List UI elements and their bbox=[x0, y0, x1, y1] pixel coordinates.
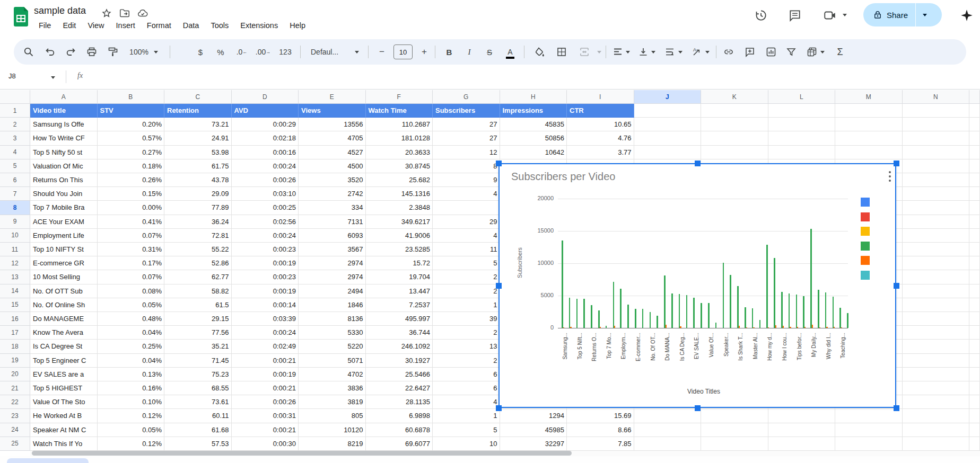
print-icon[interactable] bbox=[82, 39, 102, 65]
cell-A14[interactable]: No. Of OTT Sub bbox=[30, 284, 98, 298]
cell-D25[interactable]: 0:00:30 bbox=[232, 437, 299, 451]
cell-O18[interactable] bbox=[969, 340, 980, 353]
cell-A16[interactable]: Do MANAGEME bbox=[30, 312, 98, 326]
cell-G5[interactable]: 8 bbox=[433, 159, 500, 173]
cell-N1[interactable] bbox=[903, 104, 970, 118]
cell-M4[interactable] bbox=[835, 146, 903, 159]
cell-D8[interactable]: 0:00:25 bbox=[232, 201, 299, 215]
move-folder-icon[interactable] bbox=[119, 7, 130, 19]
cell-D23[interactable]: 0:00:31 bbox=[232, 409, 299, 423]
cell-F21[interactable]: 22.6427 bbox=[366, 381, 433, 395]
sheet-tab[interactable] bbox=[7, 458, 89, 463]
menu-format[interactable]: Format bbox=[142, 19, 176, 32]
cell-D19[interactable]: 0:00:21 bbox=[232, 354, 299, 368]
cell-F7[interactable]: 145.1316 bbox=[366, 187, 433, 201]
cell-F2[interactable]: 110.2687 bbox=[366, 118, 433, 131]
cell-B20[interactable]: 0.13% bbox=[98, 368, 165, 381]
cell-G21[interactable]: 6 bbox=[433, 381, 500, 395]
cell-C12[interactable]: 52.86 bbox=[164, 256, 232, 270]
cell-F15[interactable]: 7.2537 bbox=[366, 298, 433, 312]
cell-A25[interactable]: Watch This If Yo bbox=[30, 437, 98, 451]
cell-G19[interactable]: 2 bbox=[433, 354, 500, 368]
search-icon[interactable] bbox=[18, 39, 39, 65]
cell-C20[interactable]: 75.23 bbox=[164, 368, 232, 381]
cell-H23[interactable]: 1294 bbox=[500, 409, 567, 423]
cell-F24[interactable]: 60.6878 bbox=[366, 423, 433, 437]
cell-J3[interactable] bbox=[634, 131, 702, 145]
cell-G15[interactable]: 1 bbox=[433, 298, 500, 312]
cell-N22[interactable] bbox=[903, 395, 970, 409]
share-dropdown-caret[interactable] bbox=[923, 14, 927, 16]
cell-O11[interactable] bbox=[969, 243, 980, 256]
cell-O3[interactable] bbox=[969, 131, 980, 145]
cell-N5[interactable] bbox=[903, 159, 970, 173]
row-header-1[interactable]: 1 bbox=[0, 104, 30, 118]
cell-B24[interactable]: 0.05% bbox=[98, 423, 165, 437]
cell-O19[interactable] bbox=[969, 354, 980, 368]
cell-E5[interactable]: 4500 bbox=[299, 159, 366, 173]
cell-J25[interactable] bbox=[634, 437, 702, 451]
cell-L25[interactable] bbox=[768, 437, 836, 451]
cell-N13[interactable] bbox=[903, 270, 970, 284]
cell-K4[interactable] bbox=[701, 146, 768, 159]
cell-E3[interactable]: 4705 bbox=[299, 131, 366, 145]
document-title[interactable]: sample data bbox=[34, 5, 86, 16]
sheets-logo-icon[interactable] bbox=[14, 7, 28, 26]
cell-M25[interactable] bbox=[835, 437, 903, 451]
increase-decimal-button[interactable]: .00→ bbox=[252, 39, 274, 65]
cell-N8[interactable] bbox=[903, 201, 970, 215]
comments-icon[interactable] bbox=[788, 8, 802, 22]
cell-D12[interactable]: 0:00:19 bbox=[232, 256, 299, 270]
cell-A8[interactable]: Top 7 Mobile Bra bbox=[30, 201, 98, 215]
cell-E23[interactable]: 805 bbox=[299, 409, 366, 423]
cell-B7[interactable]: 0.15% bbox=[98, 187, 165, 201]
grid-corner-select-all[interactable] bbox=[0, 90, 30, 104]
cell-G1[interactable]: Subscribers bbox=[433, 104, 500, 118]
cell-N2[interactable] bbox=[903, 118, 970, 131]
cell-H24[interactable]: 45985 bbox=[500, 423, 567, 437]
text-wrap-caret[interactable] bbox=[675, 39, 686, 65]
cell-G11[interactable]: 11 bbox=[433, 243, 500, 256]
cell-B14[interactable]: 0.08% bbox=[98, 284, 165, 298]
cell-H2[interactable]: 45835 bbox=[500, 118, 567, 131]
cell-D22[interactable]: 0:00:26 bbox=[232, 395, 299, 409]
cell-E16[interactable]: 8136 bbox=[299, 312, 366, 326]
cell-B13[interactable]: 0.07% bbox=[98, 270, 165, 284]
cell-A11[interactable]: Top 10 NIFTY St bbox=[30, 243, 98, 256]
cell-B17[interactable]: 0.04% bbox=[98, 326, 165, 340]
cell-N10[interactable] bbox=[903, 229, 970, 243]
column-header-L[interactable]: L bbox=[768, 90, 836, 104]
column-header-H[interactable]: H bbox=[500, 90, 567, 104]
cell-C7[interactable]: 29.09 bbox=[164, 187, 232, 201]
row-header-5[interactable]: 5 bbox=[0, 159, 30, 173]
cell-D21[interactable]: 0:00:21 bbox=[232, 381, 299, 395]
cell-E11[interactable]: 3567 bbox=[299, 243, 366, 256]
cell-G7[interactable]: 4 bbox=[433, 187, 500, 201]
cell-F18[interactable]: 246.1092 bbox=[366, 340, 433, 353]
cell-E4[interactable]: 4527 bbox=[299, 146, 366, 159]
cell-B8[interactable]: 0.00% bbox=[98, 201, 165, 215]
cell-C6[interactable]: 43.78 bbox=[164, 173, 232, 187]
cell-F22[interactable]: 28.1135 bbox=[366, 395, 433, 409]
cell-C21[interactable]: 68.55 bbox=[164, 381, 232, 395]
cell-H1[interactable]: Impressions bbox=[500, 104, 567, 118]
cell-B23[interactable]: 0.12% bbox=[98, 409, 165, 423]
cell-I25[interactable]: 7.85 bbox=[567, 437, 634, 451]
cell-C4[interactable]: 53.98 bbox=[164, 146, 232, 159]
cell-F13[interactable]: 19.704 bbox=[366, 270, 433, 284]
share-button[interactable]: Share bbox=[863, 3, 942, 26]
menu-tools[interactable]: Tools bbox=[206, 19, 233, 32]
horizontal-scrollbar-thumb[interactable] bbox=[32, 451, 572, 456]
cell-N16[interactable] bbox=[903, 312, 970, 326]
row-header-16[interactable]: 16 bbox=[0, 312, 30, 326]
cell-O6[interactable] bbox=[969, 173, 980, 187]
cell-B3[interactable]: 0.57% bbox=[98, 131, 165, 145]
cell-D7[interactable]: 0:03:10 bbox=[232, 187, 299, 201]
row-header-24[interactable]: 24 bbox=[0, 423, 30, 437]
cell-O13[interactable] bbox=[969, 270, 980, 284]
create-filter-icon[interactable] bbox=[781, 39, 801, 65]
cell-I3[interactable]: 4.76 bbox=[567, 131, 634, 145]
cell-B9[interactable]: 0.41% bbox=[98, 215, 165, 229]
cell-J1[interactable] bbox=[634, 104, 702, 118]
cell-E22[interactable]: 3819 bbox=[299, 395, 366, 409]
